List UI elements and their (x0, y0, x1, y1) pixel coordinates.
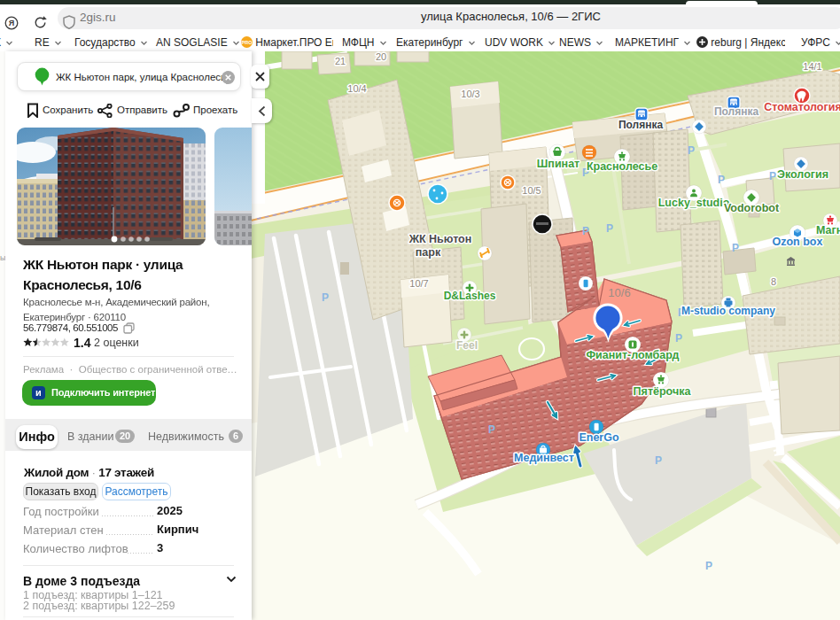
svg-text:8: 8 (771, 276, 776, 287)
svg-text:P: P (675, 332, 682, 345)
svg-text:Vodorobot: Vodorobot (724, 202, 780, 214)
svg-text:Ozon box: Ozon box (773, 236, 823, 248)
svg-text:P: P (718, 174, 725, 186)
svg-text:Магни: Магни (816, 224, 840, 236)
svg-text:Краснолесье: Краснолесье (587, 160, 657, 173)
svg-text:Lucky_studio: Lucky_studio (658, 197, 730, 209)
svg-text:M-studio company: M-studio company (681, 305, 775, 317)
svg-text:P: P (606, 222, 613, 235)
svg-text:Экология: Экология (777, 168, 828, 181)
svg-text:парк: парк (416, 246, 441, 259)
svg-text:PRO: PRO (242, 40, 253, 45)
svg-text:Мединвест: Мединвест (514, 452, 574, 464)
svg-text:Фианит-ломбард: Фианит-ломбард (586, 349, 679, 361)
svg-text:EnerGo: EnerGo (579, 431, 619, 444)
svg-text:Полянка: Полянка (618, 119, 664, 131)
svg-text:P: P (705, 560, 712, 572)
svg-text:14/1: 14/1 (803, 61, 821, 72)
svg-text:P: P (488, 423, 495, 436)
svg-text:Feel: Feel (456, 339, 478, 352)
svg-text:10/3: 10/3 (461, 89, 479, 99)
svg-text:10/7: 10/7 (409, 278, 428, 289)
svg-text:P: P (322, 291, 329, 304)
svg-text:P: P (655, 454, 662, 467)
svg-text:ЖК Ньютон: ЖК Ньютон (408, 233, 472, 245)
svg-text:20: 20 (376, 51, 386, 62)
svg-text:D&Lashes: D&Lashes (444, 290, 496, 302)
svg-text:10/6: 10/6 (608, 286, 630, 299)
svg-text:Пятёрочка: Пятёрочка (634, 385, 692, 398)
svg-text:P: P (732, 242, 739, 254)
svg-text:P: P (769, 170, 776, 182)
svg-text:Стоматология: Стоматология (764, 101, 840, 113)
svg-text:P: P (688, 144, 695, 157)
svg-text:10/4: 10/4 (347, 83, 366, 94)
svg-text:10/5: 10/5 (522, 185, 541, 196)
svg-text:P: P (582, 225, 589, 237)
svg-text:Полянка: Полянка (714, 105, 759, 118)
svg-text:Я: Я (9, 19, 14, 27)
svg-text:Шпинат: Шпинат (537, 158, 579, 170)
svg-text:21: 21 (335, 56, 346, 66)
